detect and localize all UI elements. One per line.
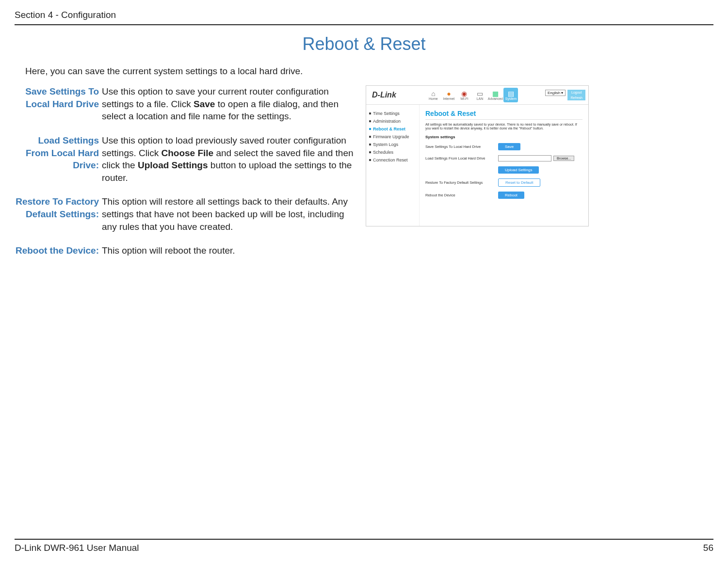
def-bold: Save [194, 99, 215, 109]
def-desc-reboot: This option will reboot the router. [102, 244, 354, 269]
system-icon: ▤ [508, 90, 514, 97]
bullet-icon [369, 128, 371, 130]
content-row: Save Settings To Local Hard Drive Use th… [15, 85, 713, 269]
home-icon: ⌂ [431, 90, 435, 97]
row-save: Save Settings To Local Hard Drive Save [425, 143, 582, 150]
lan-icon: ▭ [477, 90, 483, 97]
panel-title: Reboot & Reset [425, 110, 582, 120]
refresh-button[interactable]: Refresh [567, 95, 585, 100]
ss-body: Time Settings Administration Reboot & Re… [366, 105, 588, 226]
row-load-label: Load Settings From Local Hard Drive [425, 156, 498, 161]
bullet-icon [369, 113, 371, 114]
bullet-icon [369, 136, 371, 138]
advanced-icon: ▦ [492, 90, 499, 97]
sidebar-item-label: Schedules [373, 150, 393, 155]
def-desc-load: Use this option to load previously saved… [102, 134, 354, 196]
row-reboot-label: Reboot the Device [425, 193, 498, 197]
page-title: Reboot & Reset [15, 34, 713, 54]
sidebar-item-schedules[interactable]: Schedules [369, 148, 416, 156]
sidebar-item-admin[interactable]: Administration [369, 117, 416, 125]
reset-default-button[interactable]: Reset to Default [498, 178, 540, 187]
nav-label: Advanced [488, 97, 503, 100]
def-term-reboot: Reboot the Device: [15, 244, 102, 269]
def-term-load: Load Settings From Local Hard Drive: [15, 134, 102, 196]
nav-system[interactable]: ▤System [503, 88, 518, 102]
chevron-down-icon: ▾ [561, 91, 563, 95]
sidebar-item-label: System Logs [373, 142, 398, 147]
ss-topbar: D-Link ⌂Home ●Internet ◉Wi-Fi ▭LAN ▦Adva… [366, 86, 588, 105]
ss-main-panel: Reboot & Reset All settings will be auto… [420, 105, 588, 226]
reboot-button[interactable]: Reboot [498, 192, 524, 199]
ss-right-controls: English ▾ Logout Refresh [545, 90, 585, 100]
browse-button[interactable]: Browse... [553, 156, 574, 161]
sidebar-item-label: Administration [373, 119, 401, 124]
page-footer: D-Link DWR-961 User Manual 56 [15, 539, 713, 553]
row-upload: Upload Settings [425, 166, 582, 174]
bullet-icon [369, 159, 371, 161]
ss-nav-icons: ⌂Home ●Internet ◉Wi-Fi ▭LAN ▦Advanced ▤S… [426, 88, 518, 102]
nav-label: Internet [443, 97, 455, 100]
nav-label: Wi-Fi [460, 97, 468, 100]
sidebar-item-label: Time Settings [373, 111, 400, 116]
sidebar-item-logs[interactable]: System Logs [369, 141, 416, 148]
sidebar-item-time[interactable]: Time Settings [369, 110, 416, 117]
definitions-column: Save Settings To Local Hard Drive Use th… [15, 85, 354, 269]
def-term-restore: Restore To Factory Default Settings: [15, 195, 102, 244]
row-restore-label: Restore To Factory Default Settings [425, 180, 498, 185]
intro-text: Here, you can save the current system se… [25, 66, 713, 77]
section-header: Section 4 - Configuration [15, 10, 713, 25]
nav-home[interactable]: ⌂Home [426, 88, 440, 102]
def-desc-restore: This option will restore all settings ba… [102, 195, 354, 244]
save-button[interactable]: Save [498, 143, 520, 150]
language-select[interactable]: English ▾ [545, 90, 566, 96]
def-desc-save: Use this option to save your current rou… [102, 85, 354, 134]
globe-icon: ● [447, 90, 451, 97]
def-term-save: Save Settings To Local Hard Drive [15, 85, 102, 134]
row-reboot: Reboot the Device Reboot [425, 192, 582, 199]
nav-wifi[interactable]: ◉Wi-Fi [457, 88, 471, 102]
bullet-icon [369, 151, 371, 153]
row-restore: Restore To Factory Default Settings Rese… [425, 178, 582, 187]
bullet-icon [369, 144, 371, 145]
lang-value: English [548, 91, 560, 95]
def-bold: Choose File [161, 148, 213, 158]
section-label: System settings [425, 135, 582, 139]
help-text: All settings will be automatically saved… [425, 123, 582, 131]
logout-button[interactable]: Logout [567, 90, 585, 95]
router-ui-screenshot: D-Link ⌂Home ●Internet ◉Wi-Fi ▭LAN ▦Adva… [366, 85, 589, 226]
row-save-label: Save Settings To Local Hard Drive [425, 145, 498, 149]
nav-label: Home [429, 97, 438, 100]
footer-left: D-Link DWR-961 User Manual [15, 543, 139, 553]
dlink-logo: D-Link [369, 89, 399, 101]
nav-label: System [505, 97, 517, 100]
def-bold: Upload Settings [138, 160, 208, 170]
page-number: 56 [703, 543, 713, 553]
sidebar-item-connreset[interactable]: Connection Reset [369, 156, 416, 164]
file-input[interactable] [498, 155, 551, 161]
sidebar-item-reboot[interactable]: Reboot & Reset [369, 125, 416, 133]
sidebar-item-label: Connection Reset [373, 158, 408, 162]
sidebar-item-label: Firmware Upgrade [373, 134, 409, 139]
wifi-icon: ◉ [461, 90, 467, 97]
bullet-icon [369, 120, 371, 122]
nav-internet[interactable]: ●Internet [441, 88, 456, 102]
nav-lan[interactable]: ▭LAN [472, 88, 487, 102]
sidebar-item-label: Reboot & Reset [373, 127, 405, 131]
row-load: Load Settings From Local Hard Drive Brow… [425, 155, 582, 161]
sidebar-item-firmware[interactable]: Firmware Upgrade [369, 133, 416, 141]
nav-label: LAN [477, 97, 484, 100]
ss-sidebar: Time Settings Administration Reboot & Re… [366, 105, 420, 226]
nav-advanced[interactable]: ▦Advanced [488, 88, 502, 102]
upload-settings-button[interactable]: Upload Settings [498, 166, 539, 174]
